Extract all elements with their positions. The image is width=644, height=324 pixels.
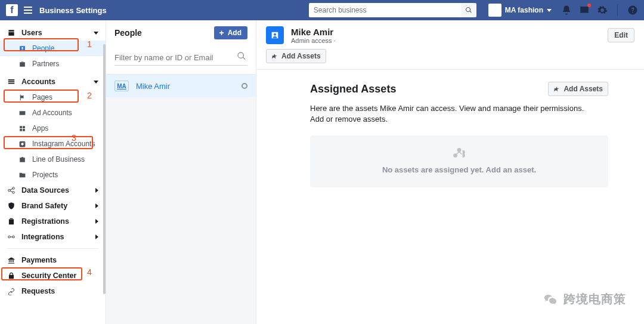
flag-icon	[18, 93, 26, 101]
share-icon	[7, 186, 16, 195]
sidebar-item-pages[interactable]: Pages	[0, 90, 106, 105]
filter-input[interactable]	[114, 51, 247, 66]
sidebar-item-apps[interactable]: Apps	[0, 121, 106, 136]
sidebar-item-projects[interactable]: Projects	[0, 167, 106, 183]
chevron-right-icon	[95, 203, 98, 208]
lock-icon	[7, 271, 16, 280]
sidebar-section-integrations[interactable]: Integrations	[0, 229, 106, 245]
folder-icon	[18, 171, 26, 179]
sidebar-section-data-sources[interactable]: Data Sources	[0, 183, 106, 198]
top-icon-row	[561, 4, 638, 16]
sidebar-item-people[interactable]: People	[0, 41, 106, 56]
sidebar-item-ad-accounts[interactable]: Ad Accounts	[0, 105, 106, 121]
sidebar-section-users[interactable]: Users	[0, 25, 106, 41]
inbox-icon[interactable]	[579, 5, 590, 16]
watermark: 跨境电商策	[542, 291, 626, 307]
assigned-assets-heading: Assigned Assets	[310, 83, 396, 95]
sidebar-section-brand-safety[interactable]: Brand Safety	[0, 198, 106, 214]
chevron-right-icon	[95, 219, 98, 224]
card-icon	[18, 109, 26, 117]
accounts-icon	[7, 78, 16, 86]
top-bar: f Business Settings MA fashion	[0, 0, 644, 20]
search-icon	[237, 51, 246, 61]
shield-icon	[7, 202, 16, 210]
assets-icon	[271, 53, 278, 60]
notifications-icon[interactable]	[561, 5, 572, 16]
caret-down-icon	[547, 9, 552, 12]
add-assets-button-secondary[interactable]: Add Assets	[548, 82, 608, 96]
user-icon	[7, 29, 16, 37]
search-icon	[465, 7, 472, 14]
chevron-down-icon	[94, 81, 98, 84]
sidebar-section-requests[interactable]: Requests	[0, 283, 106, 299]
business-picker[interactable]: MA fashion	[484, 2, 556, 18]
empty-state: No assets are assigned yet. Add an asset…	[310, 135, 608, 187]
business-avatar-icon	[488, 4, 501, 17]
wechat-icon	[542, 292, 559, 307]
detail-name: Mike Amir	[291, 27, 336, 37]
assets-icon	[553, 86, 560, 92]
link-icon	[7, 287, 16, 295]
assigned-assets-description: Here are the assets Mike Amir can access…	[310, 103, 590, 125]
clipboard-icon	[7, 217, 16, 226]
people-header: People + Add	[106, 20, 256, 47]
apps-icon	[18, 124, 26, 132]
watermark-text: 跨境电商策	[564, 291, 626, 307]
person-row[interactable]: MA Mike Amir	[106, 75, 256, 97]
detail-actions: Add Assets	[256, 49, 644, 70]
divider	[7, 248, 98, 249]
sidebar-item-partners[interactable]: Partners	[0, 56, 106, 72]
business-name: MA fashion	[505, 6, 543, 14]
chevron-right-icon	[95, 234, 98, 239]
selection-indicator-icon	[242, 83, 247, 89]
sidebar-item-instagram[interactable]: Instagram Accounts	[0, 136, 106, 152]
sidebar-section-payments[interactable]: Payments	[0, 252, 106, 268]
search-input[interactable]	[309, 3, 461, 17]
assigned-assets-section: Assigned Assets Add Assets Here are the …	[256, 70, 644, 199]
chevron-down-icon	[94, 32, 98, 35]
person-icon	[18, 44, 26, 53]
sidebar-section-security[interactable]: Security Center	[0, 268, 106, 283]
menu-icon[interactable]	[24, 7, 32, 14]
empty-state-message: No assets are assigned yet. Add an asset…	[316, 165, 602, 174]
people-heading: People	[114, 28, 142, 38]
settings-icon[interactable]	[597, 5, 608, 16]
integrations-icon	[7, 233, 16, 241]
page-title: Business Settings	[39, 6, 107, 15]
person-avatar-initials: MA	[114, 81, 129, 91]
instagram-icon	[18, 140, 26, 148]
facebook-logo-icon[interactable]: f	[6, 4, 18, 16]
detail-role: Admin access ·	[291, 37, 336, 44]
bank-icon	[7, 256, 16, 264]
person-name: Mike Amir	[136, 82, 234, 91]
briefcase-icon	[18, 60, 26, 68]
badge-dot-icon	[587, 4, 591, 7]
filter-row	[106, 47, 256, 75]
edit-button[interactable]: Edit	[608, 28, 634, 42]
detail-panel: Mike Amir Admin access · Edit Add Assets…	[256, 20, 644, 324]
plus-icon: +	[219, 29, 224, 37]
user-badge-icon	[266, 26, 284, 44]
add-person-button[interactable]: + Add	[214, 26, 247, 39]
detail-header: Mike Amir Admin access · Edit	[256, 20, 644, 49]
sidebar-section-accounts[interactable]: Accounts	[0, 74, 106, 90]
divider	[617, 4, 618, 16]
empty-assets-icon	[451, 146, 467, 159]
search-button[interactable]	[461, 3, 476, 17]
chevron-right-icon	[95, 188, 98, 193]
people-column: People + Add MA Mike Amir 3	[106, 20, 256, 324]
left-sidebar: Users People Partners Accounts Pages	[0, 20, 106, 324]
search-box	[309, 3, 476, 17]
add-assets-button[interactable]: Add Assets	[266, 49, 326, 63]
briefcase-icon	[18, 155, 26, 163]
help-icon[interactable]	[627, 5, 638, 16]
sidebar-item-lob[interactable]: Line of Business	[0, 152, 106, 167]
sidebar-section-registrations[interactable]: Registrations	[0, 214, 106, 229]
